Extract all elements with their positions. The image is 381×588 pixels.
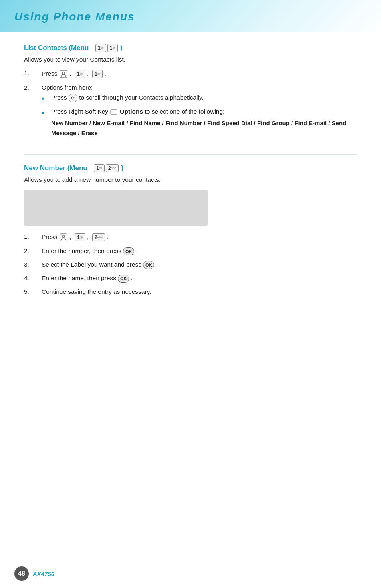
options-text: New Number / New E-mail / Find Name / Fi… bbox=[51, 120, 346, 137]
bullet2-dot: • bbox=[42, 108, 47, 118]
section1-step2: 2. Options from here: • Press ⟳ to scrol… bbox=[24, 84, 357, 143]
section2-heading-suffix: ) bbox=[121, 164, 123, 172]
section2-heading-text: New Number (Menu bbox=[24, 164, 87, 172]
bullet2-content: Press Right Soft Key Options to select o… bbox=[51, 108, 357, 138]
page-title: Using Phone Menus bbox=[14, 10, 135, 23]
bullet2: • Press Right Soft Key Options bbox=[42, 108, 357, 138]
s2-step3-num: 3. bbox=[24, 261, 35, 268]
ok-icon-1: OK bbox=[123, 247, 134, 255]
section1-heading-text: List Contacts (Menu bbox=[24, 44, 89, 52]
s2-step1-num: 1. bbox=[24, 233, 35, 240]
s2-step1-content: Press , 1@ , 2abc . bbox=[42, 233, 109, 242]
section1-heading: List Contacts (Menu 1@ 1@ ) bbox=[24, 44, 357, 52]
page-footer: 48 AX4750 bbox=[0, 562, 381, 588]
key-1b-icon: 1@ bbox=[107, 44, 118, 52]
section2-step5: 5. Continue saving the entry as necessar… bbox=[24, 288, 357, 295]
section2-menu-keys: 1@ 2abc bbox=[94, 164, 119, 172]
section1-steps: 1. Press , 1@ , 1@ . bbox=[24, 70, 357, 143]
section-divider bbox=[24, 154, 357, 155]
scroll-icon: ⟳ bbox=[69, 94, 77, 102]
bullet1-text: to scroll through your Contacts alphabet… bbox=[79, 94, 204, 101]
section2-steps: 1. Press , 1@ , 2abc . 2. bbox=[24, 233, 357, 295]
s2-step3-period: . bbox=[156, 261, 158, 268]
step1-content: Press , 1@ , 1@ . bbox=[42, 70, 106, 78]
s2-contacts-icon bbox=[59, 233, 68, 242]
s2-step1-key2: 2abc bbox=[92, 233, 105, 241]
page-header: Using Phone Menus bbox=[0, 0, 381, 32]
key-1-icon: 1@ bbox=[95, 44, 106, 52]
bullet1-press: Press bbox=[51, 94, 69, 101]
s2-step2-period: . bbox=[136, 247, 138, 254]
bullet2-press: Press Right Soft Key bbox=[51, 108, 110, 115]
s2-step4-num: 4. bbox=[24, 275, 35, 282]
s2-key1-icon: 1@ bbox=[94, 164, 105, 172]
svg-point-1 bbox=[62, 72, 65, 74]
options-bold-label: Options bbox=[120, 108, 143, 115]
step2-text: Options from here: bbox=[42, 84, 93, 91]
s2-step4-content: Enter the name, then press OK . bbox=[42, 275, 133, 283]
s2-step2-num: 2. bbox=[24, 247, 35, 255]
s2-step2-text: Enter the number, then press bbox=[42, 247, 123, 254]
page-number: 48 bbox=[14, 566, 29, 581]
step1-key1b: 1@ bbox=[92, 70, 103, 78]
s2-step4-period: . bbox=[131, 275, 133, 281]
section2-image-placeholder bbox=[24, 190, 208, 226]
section2-step1: 1. Press , 1@ , 2abc . bbox=[24, 233, 357, 242]
section1-step1: 1. Press , 1@ , 1@ . bbox=[24, 70, 357, 78]
bullet2-text: to select one of the following: bbox=[145, 108, 225, 115]
section-new-number: New Number (Menu 1@ 2abc ) Allows you to… bbox=[24, 164, 357, 295]
s2-step3-text: Select the Label you want and press bbox=[42, 261, 143, 268]
step2-num: 2. bbox=[24, 84, 35, 91]
bullet1: • Press ⟳ to scroll through your Contact… bbox=[42, 94, 357, 103]
s2-step2-content: Enter the number, then press OK . bbox=[42, 247, 138, 255]
section2-step4: 4. Enter the name, then press OK . bbox=[24, 275, 357, 283]
s2-step5-num: 5. bbox=[24, 288, 35, 295]
section2-step3: 3. Select the Label you want and press O… bbox=[24, 261, 357, 269]
s2-step3-content: Select the Label you want and press OK . bbox=[42, 261, 158, 269]
svg-point-5 bbox=[62, 235, 65, 238]
softkey-icon bbox=[110, 108, 118, 116]
ok-icon-3: OK bbox=[118, 275, 129, 283]
s2-key2-icon: 2abc bbox=[106, 164, 119, 172]
s2-step1-press: Press bbox=[42, 233, 59, 240]
ok-icon-2: OK bbox=[143, 261, 154, 269]
s2-step5-text: Continue saving the entry as necessary. bbox=[42, 288, 151, 295]
model-name: AX4750 bbox=[33, 570, 54, 577]
section2-description: Allows you to add a new number to your c… bbox=[24, 176, 357, 183]
s2-step1-key1: 1@ bbox=[75, 233, 85, 241]
section1-menu-keys: 1@ 1@ bbox=[95, 44, 118, 52]
section1-description: Allows you to view your Contacts list. bbox=[24, 56, 357, 63]
section2-step2: 2. Enter the number, then press OK . bbox=[24, 247, 357, 255]
section2-heading: New Number (Menu 1@ 2abc ) bbox=[24, 164, 357, 172]
options-menu: New Number / New E-mail / Find Name / Fi… bbox=[51, 118, 357, 138]
s2-step4-text: Enter the name, then press bbox=[42, 275, 118, 281]
bullet-list: • Press ⟳ to scroll through your Contact… bbox=[42, 94, 357, 138]
section1-heading-suffix: ) bbox=[120, 44, 123, 52]
bullet1-content: Press ⟳ to scroll through your Contacts … bbox=[51, 94, 204, 102]
step1-key1: 1@ bbox=[75, 70, 85, 78]
step2-content: Options from here: • Press ⟳ to scroll t… bbox=[42, 84, 357, 143]
contacts-icon bbox=[59, 70, 68, 78]
step1-press-label: Press bbox=[42, 70, 59, 77]
main-content: List Contacts (Menu 1@ 1@ ) Allows you t… bbox=[0, 32, 381, 313]
section-list-contacts: List Contacts (Menu 1@ 1@ ) Allows you t… bbox=[24, 44, 357, 143]
step1-num: 1. bbox=[24, 70, 35, 77]
bullet1-dot: • bbox=[42, 94, 47, 103]
